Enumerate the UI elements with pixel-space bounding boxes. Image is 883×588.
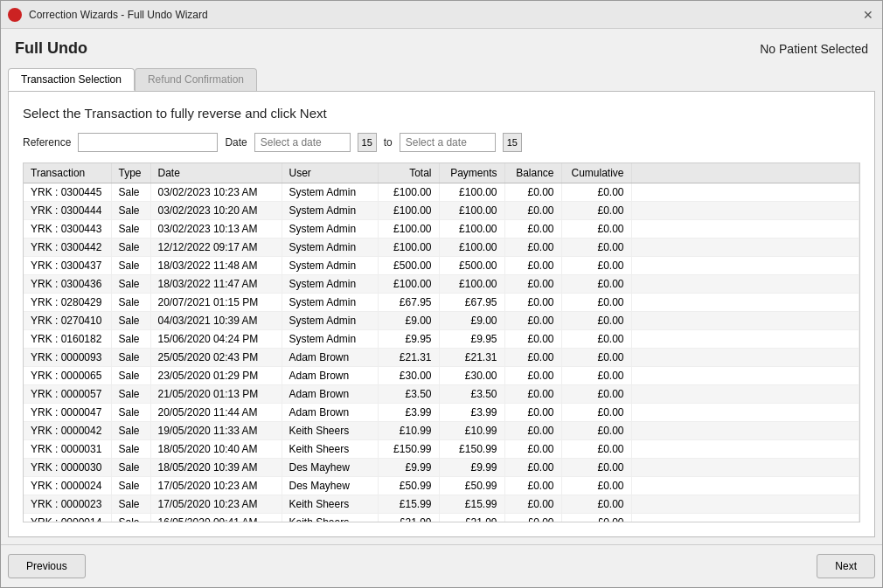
cell-total: £67.95 — [378, 294, 439, 312]
cell-type: Sale — [111, 385, 150, 404]
cell-user: System Admin — [282, 220, 378, 239]
patient-status: No Patient Selected — [760, 42, 868, 56]
cell-total: £10.99 — [378, 422, 439, 440]
cell-total: £100.00 — [378, 275, 439, 294]
cell-balance: £0.00 — [504, 477, 561, 495]
date-from-input[interactable] — [254, 133, 351, 152]
cell-extra — [631, 349, 859, 367]
cell-type: Sale — [111, 239, 150, 257]
table-row[interactable]: YRK : 0000030 Sale 18/05/2020 10:39 AM D… — [24, 459, 859, 477]
cell-type: Sale — [111, 312, 150, 330]
table-row[interactable]: YRK : 0000023 Sale 17/05/2020 10:23 AM K… — [24, 495, 859, 514]
cell-extra — [631, 440, 859, 459]
cell-date: 15/06/2020 04:24 PM — [150, 330, 282, 349]
cell-balance: £0.00 — [504, 220, 561, 239]
cell-total: £15.99 — [378, 495, 439, 514]
cell-payments: £9.95 — [439, 330, 504, 349]
table-row[interactable]: YRK : 0300437 Sale 18/03/2022 11:48 AM S… — [24, 257, 859, 275]
cell-payments: £15.99 — [439, 495, 504, 514]
tabs: Transaction Selection Refund Confirmatio… — [8, 68, 875, 91]
cell-extra — [631, 220, 859, 239]
table-row[interactable]: YRK : 0000065 Sale 23/05/2020 01:29 PM A… — [24, 367, 859, 385]
calendar-from-button[interactable]: 15 — [358, 133, 377, 152]
cell-balance: £0.00 — [504, 294, 561, 312]
tab-transaction-selection[interactable]: Transaction Selection — [8, 68, 135, 91]
date-to-input[interactable] — [400, 133, 496, 152]
table-row[interactable]: YRK : 0000057 Sale 21/05/2020 01:13 PM A… — [24, 385, 859, 404]
table-row[interactable]: YRK : 0280429 Sale 20/07/2021 01:15 PM S… — [24, 294, 859, 312]
cell-total: £100.00 — [378, 239, 439, 257]
table-row[interactable]: YRK : 0000047 Sale 20/05/2020 11:44 AM A… — [24, 404, 859, 422]
cell-payments: £100.00 — [439, 239, 504, 257]
cell-transaction: YRK : 0000042 — [24, 422, 111, 440]
table-row[interactable]: YRK : 0300436 Sale 18/03/2022 11:47 AM S… — [24, 275, 859, 294]
table-row[interactable]: YRK : 0300444 Sale 03/02/2023 10:20 AM S… — [24, 202, 859, 220]
table-row[interactable]: YRK : 0300445 Sale 03/02/2023 10:23 AM S… — [24, 183, 859, 202]
cell-total: £21.31 — [378, 349, 439, 367]
cell-cumulative: £0.00 — [561, 514, 631, 523]
cell-balance: £0.00 — [504, 330, 561, 349]
table-row[interactable]: YRK : 0000093 Sale 25/05/2020 02:43 PM A… — [24, 349, 859, 367]
tabs-container: Transaction Selection Refund Confirmatio… — [1, 68, 882, 91]
cell-payments: £67.95 — [439, 294, 504, 312]
cell-user: System Admin — [282, 239, 378, 257]
cell-balance: £0.00 — [504, 514, 561, 523]
cell-extra — [631, 239, 859, 257]
cell-cumulative: £0.00 — [561, 202, 631, 220]
cell-transaction: YRK : 0000065 — [24, 367, 111, 385]
cell-type: Sale — [111, 202, 150, 220]
cell-balance: £0.00 — [504, 385, 561, 404]
title-bar-text: Correction Wizards - Full Undo Wizard — [29, 9, 861, 21]
cell-payments: £100.00 — [439, 220, 504, 239]
cell-payments: £150.99 — [439, 440, 504, 459]
cell-payments: £21.31 — [439, 349, 504, 367]
calendar-to-button[interactable]: 15 — [503, 133, 522, 152]
cell-date: 12/12/2022 09:17 AM — [150, 239, 282, 257]
table-row[interactable]: YRK : 0270410 Sale 04/03/2021 10:39 AM S… — [24, 312, 859, 330]
cell-extra — [631, 312, 859, 330]
cell-total: £3.50 — [378, 385, 439, 404]
table-row[interactable]: YRK : 0000042 Sale 19/05/2020 11:33 AM K… — [24, 422, 859, 440]
cell-date: 03/02/2023 10:13 AM — [150, 220, 282, 239]
cell-type: Sale — [111, 477, 150, 495]
previous-button[interactable]: Previous — [8, 554, 86, 578]
cell-extra — [631, 183, 859, 202]
cell-cumulative: £0.00 — [561, 367, 631, 385]
filter-row: Reference Date 15 to 15 — [23, 133, 860, 152]
cell-cumulative: £0.00 — [561, 312, 631, 330]
cell-balance: £0.00 — [504, 349, 561, 367]
close-button[interactable]: ✕ — [861, 8, 875, 22]
tab-refund-confirmation: Refund Confirmation — [135, 68, 257, 91]
cell-type: Sale — [111, 514, 150, 523]
cell-total: £100.00 — [378, 183, 439, 202]
cell-type: Sale — [111, 275, 150, 294]
table-row[interactable]: YRK : 0000031 Sale 18/05/2020 10:40 AM K… — [24, 440, 859, 459]
table-row[interactable]: YRK : 0000014 Sale 16/05/2020 09:41 AM K… — [24, 514, 859, 523]
table-row[interactable]: YRK : 0300442 Sale 12/12/2022 09:17 AM S… — [24, 239, 859, 257]
cell-date: 18/05/2020 10:40 AM — [150, 440, 282, 459]
table-row[interactable]: YRK : 0160182 Sale 15/06/2020 04:24 PM S… — [24, 330, 859, 349]
next-button[interactable]: Next — [817, 554, 875, 578]
cell-transaction: YRK : 0270410 — [24, 312, 111, 330]
table-row[interactable]: YRK : 0300443 Sale 03/02/2023 10:13 AM S… — [24, 220, 859, 239]
cell-total: £9.95 — [378, 330, 439, 349]
cell-payments: £100.00 — [439, 202, 504, 220]
cell-balance: £0.00 — [504, 495, 561, 514]
col-header-date: Date — [150, 163, 282, 183]
cell-total: £500.00 — [378, 257, 439, 275]
reference-input[interactable] — [78, 133, 218, 152]
cell-transaction: YRK : 0300436 — [24, 275, 111, 294]
cell-transaction: YRK : 0000031 — [24, 440, 111, 459]
cell-user: Keith Sheers — [282, 495, 378, 514]
table-body: YRK : 0300445 Sale 03/02/2023 10:23 AM S… — [24, 183, 859, 523]
cell-cumulative: £0.00 — [561, 330, 631, 349]
cell-extra — [631, 202, 859, 220]
cell-type: Sale — [111, 330, 150, 349]
col-header-total: Total — [378, 163, 439, 183]
cell-cumulative: £0.00 — [561, 349, 631, 367]
cell-date: 21/05/2020 01:13 PM — [150, 385, 282, 404]
cell-cumulative: £0.00 — [561, 477, 631, 495]
cell-balance: £0.00 — [504, 440, 561, 459]
table-row[interactable]: YRK : 0000024 Sale 17/05/2020 10:23 AM D… — [24, 477, 859, 495]
cell-payments: £30.00 — [439, 367, 504, 385]
